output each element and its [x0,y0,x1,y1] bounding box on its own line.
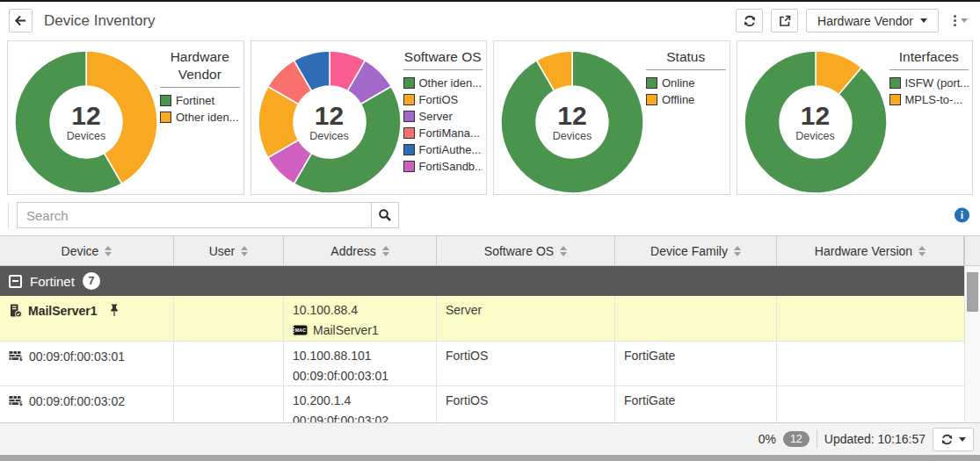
hardware-version-cell [777,296,964,341]
legend-swatch [160,112,171,123]
legend-item[interactable]: Other iden... [160,111,240,124]
column-header-hardware-version[interactable]: Hardware Version [777,236,964,265]
legend-item[interactable]: FortiOS [403,93,483,106]
sort-icon [918,246,926,256]
ip-address: 10.100.88.101 [293,349,427,363]
mac-name: MailServer1 [313,323,379,337]
group-row-fortinet[interactable]: Fortinet 7 [0,266,964,296]
legend-item[interactable]: Other iden... [403,76,483,90]
ip-address: 10.200.1.4 [293,393,427,407]
legend-item[interactable]: Fortinet [160,94,240,107]
column-header-address[interactable]: Address [284,236,437,265]
user-cell [174,342,284,385]
software-os-cell: FortiOS [437,342,615,385]
sort-icon [105,246,112,256]
legend-swatch [403,127,415,139]
search-icon [378,208,392,222]
status-donut[interactable]: 12 Devices [500,50,644,194]
legend-item[interactable]: Offline [646,93,726,106]
more-options-button[interactable] [950,15,971,26]
device-count-pill: 12 [783,431,809,447]
chevron-down-icon [961,18,968,23]
device-family-cell: FortiGate [615,386,777,422]
legend-item[interactable]: FortiAuthe... [403,143,483,156]
svg-text:MAC: MAC [295,328,306,333]
mac-address-icon: MAC [293,325,308,335]
legend-item[interactable]: ISFW (port... [889,76,969,90]
address-cell: 10.200.1.4 00:09:0f:00:03:02 [284,386,437,422]
refresh-interval-button[interactable] [933,428,974,451]
legend-item[interactable]: Online [646,76,726,90]
legend-swatch [403,94,415,105]
interfaces-donut[interactable]: 12 Devices [744,50,888,194]
chart-title: Status [646,48,726,70]
legend-swatch [889,77,901,89]
top-actions: Hardware Vendor [736,9,971,32]
open-external-button[interactable] [771,9,798,32]
arrow-left-icon [14,14,27,27]
legend-swatch [646,77,657,89]
external-link-icon [778,14,792,28]
hardware-version-cell [777,386,964,422]
legend-swatch [403,161,415,172]
software-os-donut[interactable]: 12 Devices [258,50,402,194]
top-bar: Device Inventory Hardware Vendor [0,2,980,40]
legend-item[interactable]: FortiMana... [403,126,483,140]
sort-icon [734,246,741,256]
search-row: i [0,195,980,235]
software-os-cell: Server [437,296,615,341]
sort-icon [382,246,389,256]
scrollbar-track[interactable] [964,266,980,422]
table-row[interactable]: 00:09:0f:00:03:01 10.100.88.101 00:09:0f… [0,342,964,386]
chart-mode-dropdown-label: Hardware Vendor [817,14,913,28]
divider [817,430,817,448]
scrollbar-thumb[interactable] [967,272,978,312]
device-family-cell: FortiGate [615,342,777,385]
legend-item[interactable]: MPLS-to-... [889,93,969,106]
ip-address: 10.100.88.4 [293,303,427,317]
info-icon[interactable]: i [955,208,969,223]
device-family-cell [615,296,777,341]
bottom-edge [0,455,980,461]
device-name: 00:09:0f:00:03:02 [29,394,125,408]
group-count-badge: 7 [83,272,100,290]
refresh-button[interactable] [736,9,763,32]
legend-swatch [160,95,171,106]
address-cell: 10.100.88.101 00:09:0f:00:03:01 [284,342,437,385]
user-cell [174,296,284,341]
table-row[interactable]: MailServer1 10.100.88.4 MAC [0,296,964,342]
back-button[interactable] [9,9,33,32]
vertical-scrollbar[interactable] [964,235,980,422]
column-header-device-family[interactable]: Device Family [615,236,777,265]
search-button[interactable] [372,202,399,228]
refresh-icon [743,14,757,28]
legend-swatch [403,111,415,122]
legend-item[interactable]: FortiSandb... [403,160,483,173]
mac-address: 00:09:0f:00:03:01 [293,369,388,383]
chart-title: Software OS [403,48,483,70]
firewall-icon [9,394,23,407]
column-header-software-os[interactable]: Software OS [437,236,615,265]
collapse-icon[interactable] [9,275,22,288]
legend-item[interactable]: Server [403,110,483,123]
sort-icon [560,246,567,256]
chart-mode-dropdown[interactable]: Hardware Vendor [806,9,939,32]
hardware-vendor-donut[interactable]: 12 Devices [14,50,158,194]
table-row[interactable]: 00:09:0f:00:03:02 10.200.1.4 00:09:0f:00… [0,386,964,422]
legend-swatch [403,77,415,89]
sort-icon [241,246,248,256]
group-label: Fortinet [30,274,75,289]
device-table: Device User Address Software OS Device F… [0,235,980,422]
chevron-down-icon [920,18,927,23]
pin-icon [109,304,120,317]
chart-card-software-os: 12 Devices Software OS Other iden... For… [250,40,488,195]
column-header-user[interactable]: User [174,236,284,265]
search-input[interactable] [17,202,372,228]
legend-swatch [889,94,901,105]
page-title: Device Inventory [44,12,736,30]
column-header-device[interactable]: Device [0,236,174,265]
progress-percent: 0% [759,432,776,446]
chart-title: Interfaces [889,48,969,70]
status-bar: 0% 12 Updated: 10:16:57 [0,422,980,455]
device-name: 00:09:0f:00:03:01 [29,349,125,364]
